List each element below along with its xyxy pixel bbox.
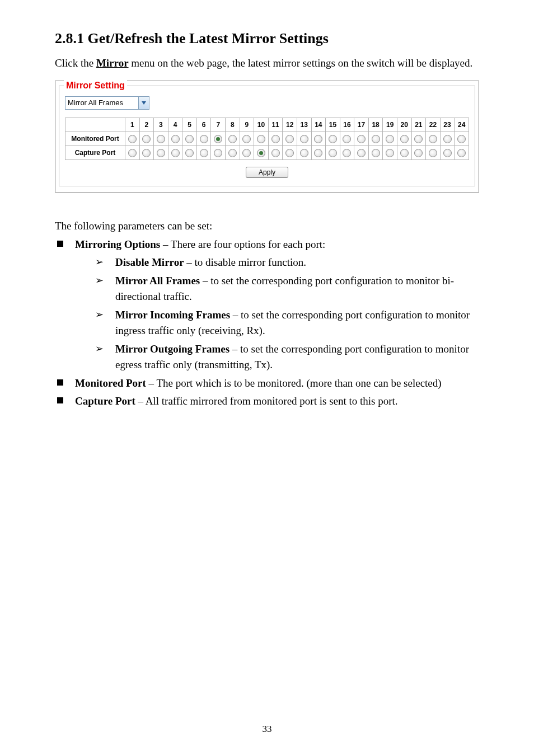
capture-port-port-11[interactable] xyxy=(268,146,283,160)
capture-port-radio-14[interactable] xyxy=(314,149,322,157)
capture-port-radio-11[interactable] xyxy=(271,149,280,157)
monitored-port-port-4[interactable] xyxy=(168,132,182,146)
monitored-port-port-3[interactable] xyxy=(154,132,168,146)
monitored-port-port-13[interactable] xyxy=(297,132,311,146)
capture-port-port-1[interactable] xyxy=(125,146,140,160)
monitored-port-radio-21[interactable] xyxy=(414,135,423,143)
monitored-port-port-11[interactable] xyxy=(268,132,283,146)
monitored-port-port-2[interactable] xyxy=(139,132,154,146)
monitored-port-radio-1[interactable] xyxy=(128,135,137,143)
monitored-port-radio-2[interactable] xyxy=(142,135,151,143)
monitored-port-radio-22[interactable] xyxy=(429,135,437,143)
capture-port-radio-10[interactable] xyxy=(257,149,265,157)
capture-port-port-19[interactable] xyxy=(383,146,397,160)
monitored-port-port-24[interactable] xyxy=(455,132,469,146)
capture-port-radio-8[interactable] xyxy=(228,149,237,157)
monitored-port-radio-23[interactable] xyxy=(443,135,452,143)
capture-port-port-12[interactable] xyxy=(283,146,297,160)
capture-port-port-17[interactable] xyxy=(354,146,369,160)
monitored-port-port-7[interactable] xyxy=(211,132,226,146)
capture-port-port-24[interactable] xyxy=(455,146,469,160)
capture-port-port-3[interactable] xyxy=(154,146,168,160)
monitored-port-port-1[interactable] xyxy=(125,132,140,146)
capture-port-radio-18[interactable] xyxy=(372,149,380,157)
capture-port-radio-19[interactable] xyxy=(386,149,394,157)
monitored-port-port-8[interactable] xyxy=(226,132,240,146)
monitored-port-radio-10[interactable] xyxy=(257,135,265,143)
monitored-port-radio-14[interactable] xyxy=(314,135,322,143)
monitored-port-radio-19[interactable] xyxy=(386,135,394,143)
capture-port-radio-20[interactable] xyxy=(400,149,409,157)
monitored-port-port-17[interactable] xyxy=(354,132,369,146)
capture-port-port-23[interactable] xyxy=(440,146,455,160)
monitored-port-radio-11[interactable] xyxy=(271,135,280,143)
capture-port-port-7[interactable] xyxy=(211,146,226,160)
capture-port-radio-12[interactable] xyxy=(285,149,294,157)
mirror-mode-select[interactable]: Mirror All Frames xyxy=(65,96,149,110)
capture-port-radio-4[interactable] xyxy=(171,149,180,157)
monitored-port-radio-17[interactable] xyxy=(357,135,366,143)
capture-port-radio-22[interactable] xyxy=(429,149,437,157)
capture-port-radio-3[interactable] xyxy=(157,149,165,157)
capture-port-radio-1[interactable] xyxy=(128,149,137,157)
monitored-port-port-9[interactable] xyxy=(240,132,254,146)
monitored-port-port-6[interactable] xyxy=(196,132,211,146)
capture-port-port-4[interactable] xyxy=(168,146,182,160)
monitored-port-radio-6[interactable] xyxy=(200,135,208,143)
monitored-port-radio-13[interactable] xyxy=(300,135,308,143)
monitored-port-radio-16[interactable] xyxy=(343,135,351,143)
monitored-port-port-23[interactable] xyxy=(440,132,455,146)
monitored-port-port-22[interactable] xyxy=(426,132,441,146)
monitored-port-radio-3[interactable] xyxy=(157,135,165,143)
capture-port-port-20[interactable] xyxy=(397,146,411,160)
capture-port-port-21[interactable] xyxy=(411,146,426,160)
monitored-port-radio-15[interactable] xyxy=(329,135,337,143)
capture-port-radio-2[interactable] xyxy=(142,149,151,157)
monitored-port-port-16[interactable] xyxy=(340,132,354,146)
capture-port-port-2[interactable] xyxy=(139,146,154,160)
monitored-port-port-14[interactable] xyxy=(311,132,326,146)
capture-port-radio-5[interactable] xyxy=(185,149,194,157)
monitored-port-port-10[interactable] xyxy=(254,132,269,146)
monitored-port-radio-20[interactable] xyxy=(400,135,409,143)
capture-port-port-5[interactable] xyxy=(182,146,197,160)
capture-port-radio-9[interactable] xyxy=(242,149,251,157)
monitored-port-port-15[interactable] xyxy=(326,132,340,146)
monitored-port-radio-4[interactable] xyxy=(171,135,180,143)
capture-port-port-10[interactable] xyxy=(254,146,269,160)
capture-port-radio-7[interactable] xyxy=(214,149,222,157)
capture-port-port-22[interactable] xyxy=(426,146,441,160)
capture-port-radio-21[interactable] xyxy=(414,149,423,157)
capture-port-port-6[interactable] xyxy=(196,146,211,160)
monitored-port-port-19[interactable] xyxy=(383,132,397,146)
monitored-port-port-18[interactable] xyxy=(368,132,383,146)
capture-port-radio-17[interactable] xyxy=(357,149,366,157)
capture-port-port-14[interactable] xyxy=(311,146,326,160)
capture-port-port-16[interactable] xyxy=(340,146,354,160)
monitored-port-radio-8[interactable] xyxy=(228,135,237,143)
port-header-10: 10 xyxy=(254,118,269,132)
port-header-2: 2 xyxy=(139,118,154,132)
capture-port-port-13[interactable] xyxy=(297,146,311,160)
monitored-port-radio-9[interactable] xyxy=(242,135,251,143)
capture-port-port-8[interactable] xyxy=(226,146,240,160)
monitored-port-radio-5[interactable] xyxy=(185,135,194,143)
monitored-port-radio-24[interactable] xyxy=(457,135,466,143)
monitored-port-radio-12[interactable] xyxy=(285,135,294,143)
monitored-port-port-21[interactable] xyxy=(411,132,426,146)
capture-port-radio-13[interactable] xyxy=(300,149,308,157)
monitored-port-port-12[interactable] xyxy=(283,132,297,146)
monitored-port-port-5[interactable] xyxy=(182,132,197,146)
capture-port-radio-23[interactable] xyxy=(443,149,452,157)
capture-port-radio-15[interactable] xyxy=(329,149,337,157)
capture-port-radio-16[interactable] xyxy=(343,149,351,157)
capture-port-radio-6[interactable] xyxy=(200,149,208,157)
capture-port-port-9[interactable] xyxy=(240,146,254,160)
capture-port-radio-24[interactable] xyxy=(457,149,466,157)
apply-button[interactable]: Apply xyxy=(246,167,288,178)
capture-port-port-15[interactable] xyxy=(326,146,340,160)
monitored-port-radio-7[interactable] xyxy=(214,135,222,143)
monitored-port-radio-18[interactable] xyxy=(372,135,380,143)
monitored-port-port-20[interactable] xyxy=(397,132,411,146)
capture-port-port-18[interactable] xyxy=(368,146,383,160)
